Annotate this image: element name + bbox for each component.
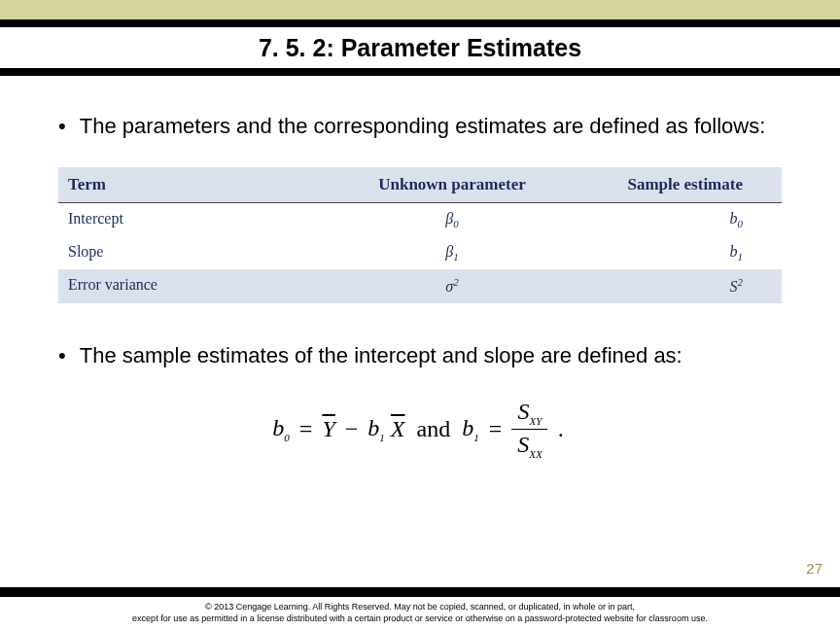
parameter-table: Term Unknown parameter Sample estimate I… [58, 167, 782, 303]
f-den: SXX [511, 430, 547, 460]
f-xbar: X [391, 416, 405, 442]
footer: © 2013 Cengage Learning. All Rights Rese… [0, 587, 840, 630]
f-minus: − [341, 416, 363, 442]
cell-term: Error variance [68, 276, 321, 296]
th-sample-estimate: Sample estimate [583, 175, 772, 194]
cell-param: β1 [321, 243, 583, 262]
f-dot: . [554, 416, 568, 442]
title-area: 7. 5. 2: Parameter Estimates [0, 27, 840, 68]
bullet-dot: • [58, 342, 66, 369]
formula: b0 = Y − b1 X and b1 = SXY SXX . [58, 399, 782, 460]
slide-title: 7. 5. 2: Parameter Estimates [259, 34, 581, 62]
cell-estimate: b1 [583, 243, 772, 262]
footer-line-2: except for use as permitted in a license… [39, 612, 801, 624]
bullet-1: • The parameters and the corresponding e… [58, 113, 782, 140]
f-b1-lhs: b1 [462, 415, 479, 443]
table-row: Error variance σ2 S2 [58, 269, 782, 302]
cell-param: σ2 [321, 276, 583, 296]
top-accent-bar [0, 0, 840, 19]
bullet-1-text: The parameters and the corresponding est… [80, 113, 766, 140]
th-unknown-parameter: Unknown parameter [321, 175, 583, 194]
th-term: Term [68, 175, 321, 194]
bullet-2-text: The sample estimates of the intercept an… [80, 342, 682, 369]
f-b1: b1 [368, 415, 385, 443]
content-area: • The parameters and the corresponding e… [0, 76, 840, 459]
top-black-rule-2 [0, 68, 840, 76]
top-black-rule-1 [0, 19, 840, 27]
table-header-row: Term Unknown parameter Sample estimate [58, 167, 782, 203]
f-eq2: = [485, 416, 507, 442]
footer-line-1: © 2013 Cengage Learning. All Rights Rese… [39, 601, 801, 612]
f-eq: = [296, 416, 317, 442]
f-and: and [410, 416, 456, 442]
f-b0: b0 [272, 415, 290, 443]
f-fraction: SXY SXX [511, 399, 547, 460]
table-row: Slope β1 b1 [58, 236, 782, 269]
f-ybar: Y [322, 416, 334, 442]
footer-black-rule [0, 587, 840, 597]
cell-estimate: b0 [583, 210, 772, 229]
bullet-2: • The sample estimates of the intercept … [58, 342, 782, 369]
page-number: 27 [806, 560, 822, 577]
cell-param: β0 [321, 210, 583, 229]
cell-term: Intercept [68, 210, 321, 229]
f-num: SXY [511, 399, 547, 430]
footer-text: © 2013 Cengage Learning. All Rights Rese… [0, 597, 840, 630]
cell-estimate: S2 [583, 276, 772, 296]
bullet-dot: • [58, 113, 66, 140]
table-row: Intercept β0 b0 [58, 203, 782, 236]
cell-term: Slope [68, 243, 321, 262]
